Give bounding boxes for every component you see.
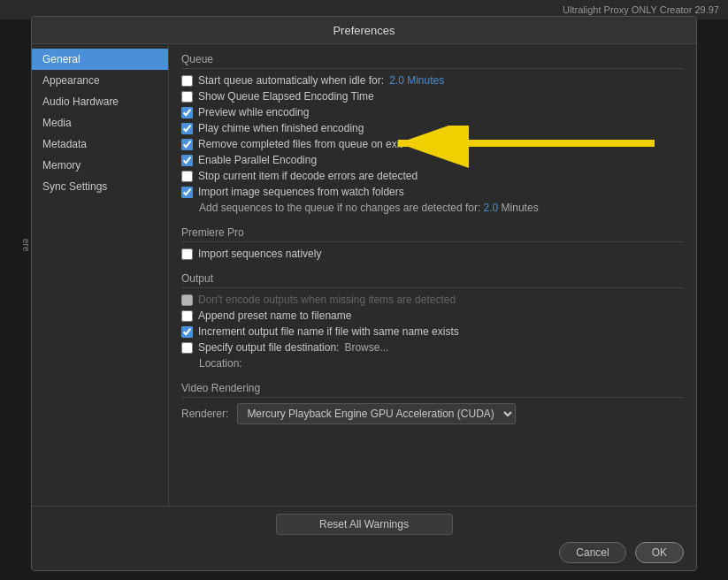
append-preset-label: Append preset name to filename [198, 309, 351, 322]
append-preset-row: Append preset name to filename [181, 309, 684, 322]
specify-destination-label: Specify output file destination: [198, 341, 339, 354]
preferences-dialog: Preferences General Appearance Audio Har… [31, 16, 697, 571]
dialog-body: General Appearance Audio Hardware Media … [32, 44, 696, 506]
increment-filename-label: Increment output file name if file with … [198, 325, 459, 338]
video-rendering-title: Video Rendering [181, 382, 684, 398]
stop-decode-checkbox[interactable] [181, 171, 193, 182]
parallel-encoding-label: Enable Parallel Encoding [198, 154, 317, 166]
queue-section-title: Queue [181, 53, 684, 69]
sidebar-item-media[interactable]: Media [32, 112, 168, 134]
premiere-pro-title: Premiere Pro [181, 226, 684, 242]
sidebar: General Appearance Audio Hardware Media … [32, 44, 169, 506]
parallel-encoding-row: Enable Parallel Encoding [181, 154, 684, 166]
import-sequences-row: Import image sequences from watch folder… [181, 186, 684, 198]
auto-start-row: Start queue automatically when idle for:… [181, 74, 684, 87]
footer-buttons: Cancel OK [44, 542, 684, 563]
ok-button[interactable]: OK [635, 542, 684, 563]
sidebar-item-sync-settings[interactable]: Sync Settings [32, 176, 168, 197]
dialog-title: Preferences [32, 17, 696, 44]
outer-sidebar-label: ere [0, 239, 31, 251]
sidebar-item-general[interactable]: General [32, 49, 168, 70]
show-elapsed-checkbox[interactable] [181, 91, 193, 103]
output-section: Output Don't encode outputs when missing… [181, 272, 684, 370]
dont-encode-row: Don't encode outputs when missing items … [181, 294, 684, 306]
dialog-footer: Reset All Warnings Cancel OK [32, 506, 696, 570]
video-rendering-section: Video Rendering Renderer: Mercury Playba… [181, 382, 684, 424]
parallel-encoding-checkbox[interactable] [181, 155, 193, 166]
dont-encode-label: Don't encode outputs when missing items … [198, 294, 456, 306]
remove-completed-checkbox[interactable] [181, 139, 193, 150]
cancel-button[interactable]: Cancel [559, 542, 625, 563]
stop-decode-label: Stop current item if decode errors are d… [198, 170, 418, 182]
show-elapsed-label: Show Queue Elapsed Encoding Time [198, 90, 374, 103]
specify-destination-row: Specify output file destination: Browse.… [181, 341, 684, 354]
show-elapsed-row: Show Queue Elapsed Encoding Time [181, 90, 684, 103]
location-row: Location: [199, 357, 684, 370]
sidebar-item-appearance[interactable]: Appearance [32, 70, 168, 91]
preview-encoding-checkbox[interactable] [181, 107, 193, 118]
increment-filename-checkbox[interactable] [181, 326, 193, 338]
sequences-subtext: Add sequences to the queue if no changes… [199, 202, 684, 214]
title-bar-text: Ultralight Proxy ONLY Creator 29.97 [563, 4, 719, 15]
output-title: Output [181, 272, 684, 288]
main-content: Queue Start queue automatically when idl… [169, 44, 696, 506]
auto-start-value: 2.0 Minutes [389, 74, 444, 87]
browse-button[interactable]: Browse... [344, 341, 388, 354]
premiere-pro-section: Premiere Pro Import sequences natively [181, 226, 684, 260]
specify-destination-checkbox[interactable] [181, 342, 193, 354]
preview-encoding-row: Preview while encoding [181, 106, 684, 118]
remove-completed-label: Remove completed files from queue on exi… [198, 138, 402, 150]
import-natively-row: Import sequences natively [181, 248, 684, 260]
chime-finished-checkbox[interactable] [181, 123, 193, 134]
remove-completed-row: Remove completed files from queue on exi… [181, 138, 684, 150]
import-natively-checkbox[interactable] [181, 248, 193, 260]
renderer-select[interactable]: Mercury Playback Engine GPU Acceleration… [237, 403, 516, 424]
auto-start-label: Start queue automatically when idle for: [198, 74, 384, 87]
location-label: Location: [199, 357, 242, 370]
auto-start-checkbox[interactable] [181, 75, 193, 87]
renderer-row: Renderer: Mercury Playback Engine GPU Ac… [181, 403, 684, 424]
reset-warnings-button[interactable]: Reset All Warnings [276, 514, 453, 535]
append-preset-checkbox[interactable] [181, 310, 193, 322]
import-natively-label: Import sequences natively [198, 248, 321, 260]
chime-finished-row: Play chime when finished encoding [181, 122, 684, 134]
increment-filename-row: Increment output file name if file with … [181, 325, 684, 338]
sequences-value: 2.0 [484, 202, 499, 214]
preview-encoding-label: Preview while encoding [198, 106, 309, 118]
sidebar-item-audio-hardware[interactable]: Audio Hardware [32, 91, 168, 112]
sidebar-item-memory[interactable]: Memory [32, 155, 168, 176]
dont-encode-checkbox[interactable] [181, 294, 193, 306]
stop-decode-row: Stop current item if decode errors are d… [181, 170, 684, 182]
queue-section: Queue Start queue automatically when idl… [181, 53, 684, 214]
import-sequences-label: Import image sequences from watch folder… [198, 186, 404, 198]
sidebar-item-metadata[interactable]: Metadata [32, 134, 168, 155]
import-sequences-checkbox[interactable] [181, 187, 193, 198]
renderer-label: Renderer: [181, 408, 228, 420]
chime-finished-label: Play chime when finished encoding [198, 122, 364, 134]
